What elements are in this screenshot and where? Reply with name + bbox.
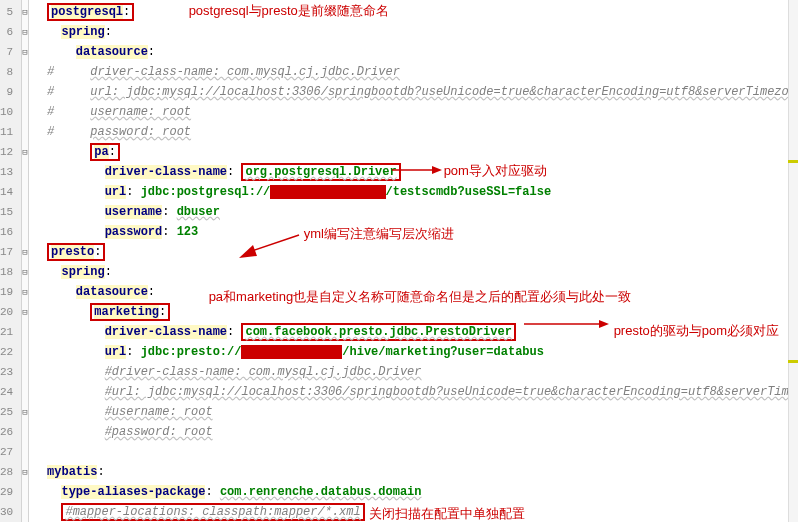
- fold-toggle[interactable]: ⊟: [22, 262, 27, 282]
- comment-line: #username: root: [105, 405, 213, 419]
- annotation: pom导入对应驱动: [444, 162, 547, 180]
- line-number: 12: [0, 142, 21, 162]
- line-number: 25: [0, 402, 21, 422]
- line-number: 18: [0, 262, 21, 282]
- line-number: 6: [0, 22, 21, 42]
- line-number: 5: [0, 2, 21, 22]
- key-driver: driver-class-name: [105, 325, 227, 339]
- line-number: 22: [0, 342, 21, 362]
- key-url: url: [105, 345, 127, 359]
- line-number: 16: [0, 222, 21, 242]
- line-number: 15: [0, 202, 21, 222]
- fold-toggle[interactable]: ⊟: [22, 22, 27, 42]
- comment-line: driver-class-name: com.mysql.cj.jdbc.Dri…: [90, 65, 400, 79]
- line-number: 17: [0, 242, 21, 262]
- line-number-gutter: 5 6 7 8 9 10 11 12 13 14 15 16 17 18 19 …: [0, 0, 22, 522]
- line-number: 13: [0, 162, 21, 182]
- key-postgresql: postgresql: [51, 5, 123, 19]
- comment-mapper: #mapper-locations: classpath:mapper/*.xm…: [65, 505, 360, 519]
- key-spring: spring: [61, 265, 104, 279]
- key-password: password: [105, 225, 163, 239]
- code-editor: 5 6 7 8 9 10 11 12 13 14 15 16 17 18 19 …: [0, 0, 798, 522]
- line-number: 30: [0, 502, 21, 522]
- annotation: presto的驱动与pom必须对应: [614, 322, 779, 340]
- key-driver: driver-class-name: [105, 165, 227, 179]
- annotation: 关闭扫描在配置中单独配置: [369, 505, 525, 522]
- line-number: 21: [0, 322, 21, 342]
- line-number: 11: [0, 122, 21, 142]
- key-mybatis: mybatis: [47, 465, 97, 479]
- fold-toggle[interactable]: ⊟: [22, 2, 27, 22]
- fold-toggle[interactable]: ⊟: [22, 402, 27, 422]
- line-number: 9: [0, 82, 21, 102]
- line-number: 19: [0, 282, 21, 302]
- line-number: 26: [0, 422, 21, 442]
- annotation: postgresql与presto是前缀随意命名: [189, 2, 389, 20]
- fold-toggle[interactable]: ⊟: [22, 302, 27, 322]
- val-password: 123: [177, 225, 199, 239]
- annotation: yml编写注意编写层次缩进: [304, 225, 454, 243]
- fold-toggle[interactable]: ⊟: [22, 242, 27, 262]
- key-spring: spring: [61, 25, 104, 39]
- key-pa: pa: [94, 145, 108, 159]
- line-number: 10: [0, 102, 21, 122]
- comment-line: username: root: [90, 105, 191, 119]
- redacted: xxxxxxxxxxxxxxxx: [270, 185, 385, 199]
- val-url: jdbc:postgresql://: [141, 185, 271, 199]
- key-datasource: datasource: [76, 285, 148, 299]
- fold-toggle[interactable]: ⊟: [22, 142, 27, 162]
- line-number: 29: [0, 482, 21, 502]
- scrollbar[interactable]: [788, 0, 798, 522]
- line-number: 28: [0, 462, 21, 482]
- annotation: pa和marketing也是自定义名称可随意命名但是之后的配置必须与此处一致: [209, 288, 632, 306]
- line-number: 23: [0, 362, 21, 382]
- comment-line: #password: root: [105, 425, 213, 439]
- val-url: /hive/marketing?user=databus: [342, 345, 544, 359]
- key-url: url: [105, 185, 127, 199]
- fold-toggle[interactable]: ⊟: [22, 282, 27, 302]
- fold-toggle[interactable]: ⊟: [22, 462, 27, 482]
- key-username: username: [105, 205, 163, 219]
- comment-line: url: jdbc:mysql://localhost:3306/springb…: [90, 85, 798, 99]
- val-driver-pg: org.postgresql.Driver: [245, 165, 396, 179]
- line-number: 8: [0, 62, 21, 82]
- line-number: 7: [0, 42, 21, 62]
- key-typealias: type-aliases-package: [61, 485, 205, 499]
- line-number: 27: [0, 442, 21, 462]
- scroll-marker: [788, 160, 798, 163]
- line-number: 20: [0, 302, 21, 322]
- code-area[interactable]: postgresql: spring: datasource: # driver…: [29, 0, 798, 522]
- key-presto: presto: [51, 245, 94, 259]
- line-number: 24: [0, 382, 21, 402]
- line-number: 14: [0, 182, 21, 202]
- key-datasource: datasource: [76, 45, 148, 59]
- scroll-marker: [788, 360, 798, 363]
- key-marketing: marketing: [94, 305, 159, 319]
- val-username: dbuser: [177, 205, 220, 219]
- val-driver-presto: com.facebook.presto.jdbc.PrestoDriver: [245, 325, 511, 339]
- comment-line: #url: jdbc:mysql://localhost:3306/spring…: [105, 385, 798, 399]
- fold-toggle[interactable]: ⊟: [22, 42, 27, 62]
- redacted: xxxxxxxxxxxxxx: [241, 345, 342, 359]
- comment-line: password: root: [90, 125, 191, 139]
- comment-line: #driver-class-name: com.mysql.cj.jdbc.Dr…: [105, 365, 422, 379]
- val-url: /testscmdb?useSSL=false: [386, 185, 552, 199]
- val-url: jdbc:presto://: [141, 345, 242, 359]
- val-typealias: com.renrenche.databus.domain: [220, 485, 422, 499]
